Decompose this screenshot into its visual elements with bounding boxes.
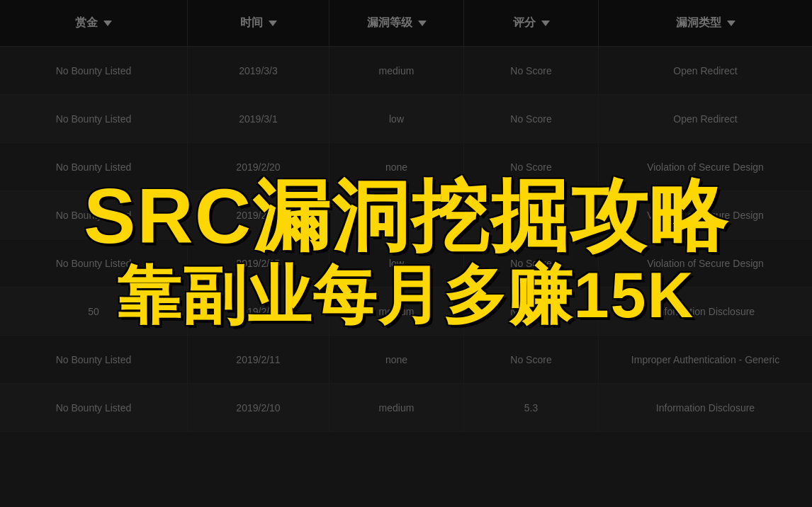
cell-time: 2019/3/1 <box>188 95 329 142</box>
header-bounty[interactable]: 赏金 <box>0 0 188 46</box>
cell-type: Violation of Secure Design <box>599 191 812 239</box>
header-time[interactable]: 时间 <box>188 0 329 46</box>
sort-time-icon[interactable] <box>269 21 277 26</box>
header-type-label: 漏洞类型 <box>676 16 721 30</box>
cell-severity: medium <box>329 47 464 94</box>
cell-time: 2019/2/17 <box>188 191 329 239</box>
cell-bounty: No Bounty Listed <box>0 191 188 239</box>
sort-score-icon[interactable] <box>541 21 550 26</box>
cell-score: 5.3 <box>464 384 599 431</box>
cell-score: No Score <box>464 47 599 94</box>
cell-type: Open Redirect <box>599 95 812 142</box>
cell-severity: medium <box>329 287 464 335</box>
cell-type: Improper Authentication - Generic <box>599 336 812 383</box>
cell-bounty: No Bounty Listed <box>0 384 188 431</box>
cell-time: 2019/2/13 <box>188 287 329 335</box>
header-bounty-label: 赏金 <box>75 16 98 30</box>
cell-score: No Score <box>464 287 599 335</box>
cell-bounty: No Bounty Listed <box>0 143 188 190</box>
header-severity-label: 漏洞等级 <box>367 16 412 30</box>
cell-bounty: No Bounty Listed <box>0 95 188 142</box>
cell-severity: low <box>329 239 464 287</box>
sort-severity-icon[interactable] <box>418 21 427 26</box>
cell-bounty: No Bounty Listed <box>0 47 188 94</box>
cell-time: 2019/3/3 <box>188 47 329 94</box>
table-row[interactable]: No Bounty Listed2019/2/17lowNo ScoreViol… <box>0 191 812 239</box>
cell-time: 2019/2/11 <box>188 336 329 383</box>
cell-type: Open Redirect <box>599 47 812 94</box>
cell-score: No Score <box>464 239 599 287</box>
header-score[interactable]: 评分 <box>464 0 599 46</box>
cell-score: No Score <box>464 336 599 383</box>
cell-type: Information Disclosure <box>599 384 812 431</box>
cell-time: 2019/2/20 <box>188 143 329 190</box>
cell-score: No Score <box>464 143 599 190</box>
header-severity[interactable]: 漏洞等级 <box>329 0 464 46</box>
table-row[interactable]: No Bounty Listed2019/2/10medium5.3Inform… <box>0 384 812 432</box>
cell-severity: low <box>329 191 464 239</box>
table-body: No Bounty Listed2019/3/3mediumNo ScoreOp… <box>0 47 812 432</box>
cell-bounty: No Bounty Listed <box>0 336 188 383</box>
sort-type-icon[interactable] <box>727 21 735 26</box>
table-row[interactable]: No Bounty Listed2019/2/11noneNo ScoreImp… <box>0 336 812 384</box>
cell-severity: medium <box>329 384 464 431</box>
table-row[interactable]: No Bounty Listed2019/2/15lowNo ScoreViol… <box>0 239 812 287</box>
cell-type: Information Disclosure <box>599 287 812 335</box>
header-type[interactable]: 漏洞类型 <box>599 0 812 46</box>
cell-severity: none <box>329 143 464 190</box>
cell-type: Violation of Secure Design <box>599 239 812 287</box>
cell-severity: none <box>329 336 464 383</box>
cell-score: No Score <box>464 95 599 142</box>
cell-score: No Score <box>464 191 599 239</box>
cell-time: 2019/2/15 <box>188 239 329 287</box>
header-score-label: 评分 <box>513 16 536 30</box>
table-row[interactable]: 502019/2/13mediumNo ScoreInformation Dis… <box>0 287 812 336</box>
cell-bounty: 50 <box>0 287 188 335</box>
cell-type: Violation of Secure Design <box>599 143 812 190</box>
table-row[interactable]: No Bounty Listed2019/2/20noneNo ScoreVio… <box>0 143 812 191</box>
table-header: 赏金 时间 漏洞等级 评分 漏洞类型 <box>0 0 812 47</box>
sort-bounty-icon[interactable] <box>103 21 112 26</box>
cell-bounty: No Bounty Listed <box>0 239 188 287</box>
table-row[interactable]: No Bounty Listed2019/3/3mediumNo ScoreOp… <box>0 47 812 95</box>
cell-severity: low <box>329 95 464 142</box>
table-row[interactable]: No Bounty Listed2019/3/1lowNo ScoreOpen … <box>0 95 812 143</box>
header-time-label: 时间 <box>240 16 263 30</box>
cell-time: 2019/2/10 <box>188 384 329 431</box>
table-container: 赏金 时间 漏洞等级 评分 漏洞类型 No Bounty Listed2019/… <box>0 0 812 507</box>
